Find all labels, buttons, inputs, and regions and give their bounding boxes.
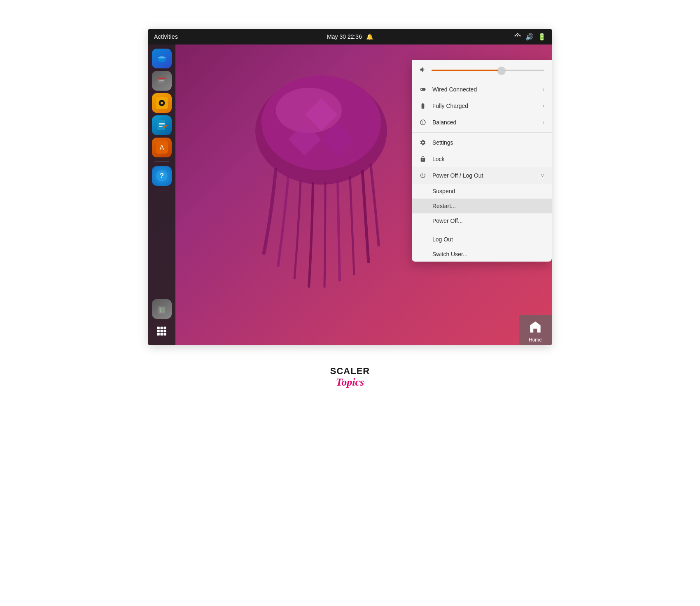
svg-point-11 <box>161 102 163 104</box>
branding-section: SCALER Topics <box>330 366 370 388</box>
volume-slider-fill <box>432 70 502 71</box>
sidebar-item-appstore[interactable]: A <box>152 138 172 157</box>
switchuser-label: Switch User... <box>432 251 468 257</box>
topbar-center: May 30 22:36 🔔 <box>327 33 373 40</box>
home-label: Home <box>529 337 542 343</box>
home-dock[interactable]: Home <box>519 315 552 345</box>
submenu-logout[interactable]: Log Out <box>412 232 552 247</box>
svg-rect-34 <box>161 333 163 335</box>
svg-rect-31 <box>161 330 163 332</box>
home-icon <box>527 318 544 335</box>
power-icon <box>419 172 427 179</box>
topbar: Activities May 30 22:36 🔔 🔊 🔋 <box>148 29 552 44</box>
power-label: Power Off / Log Out <box>432 172 535 179</box>
menu-item-settings[interactable]: Settings <box>412 134 552 151</box>
power-arrow: ∨ <box>541 173 544 178</box>
restart-label: Restart... <box>432 203 456 209</box>
topbar-right: 🔊 🔋 <box>514 32 546 41</box>
sidebar-item-show-apps[interactable] <box>152 321 172 341</box>
sidebar-item-thunderbird[interactable] <box>152 49 172 68</box>
branding-scaler: SCALER <box>330 366 370 377</box>
menu-separator-2 <box>412 230 552 230</box>
submenu-suspend[interactable]: Suspend <box>412 184 552 199</box>
sidebar-separator-2 <box>154 190 169 190</box>
svg-rect-28 <box>161 327 163 329</box>
battery-label: Fully Charged <box>432 103 537 109</box>
battery-icon <box>419 102 427 110</box>
screenshot-container: Activities May 30 22:36 🔔 🔊 🔋 <box>148 29 552 345</box>
sidebar-item-files[interactable] <box>152 71 172 91</box>
svg-rect-33 <box>157 333 160 335</box>
menu-item-power[interactable]: Power Off / Log Out ∨ <box>412 167 552 184</box>
wired-icon <box>419 86 427 93</box>
submenu-poweroff[interactable]: Power Off... <box>412 213 552 228</box>
logout-label: Log Out <box>432 236 453 243</box>
menu-item-wired[interactable]: Wired Connected › <box>412 81 552 98</box>
balanced-icon <box>419 119 427 126</box>
sidebar-item-writer[interactable] <box>152 115 172 135</box>
dock-sidebar: A ? <box>148 44 175 345</box>
datetime-display: May 30 22:36 <box>327 33 362 40</box>
volume-icon <box>419 66 427 75</box>
settings-icon <box>419 139 427 146</box>
svg-rect-32 <box>163 330 166 332</box>
sidebar-item-help[interactable]: ? <box>152 166 172 186</box>
wired-label: Wired Connected <box>432 86 537 93</box>
settings-label: Settings <box>432 139 544 146</box>
volume-slider-thumb[interactable] <box>498 67 505 74</box>
suspend-label: Suspend <box>432 188 455 194</box>
wired-arrow: › <box>543 87 544 92</box>
svg-rect-27 <box>157 327 160 329</box>
svg-text:♻: ♻ <box>160 308 164 312</box>
submenu-switchuser[interactable]: Switch User... <box>412 247 552 262</box>
notification-icon[interactable]: 🔔 <box>366 33 373 40</box>
network-status-icon[interactable] <box>514 32 521 41</box>
svg-rect-35 <box>163 333 166 335</box>
balanced-label: Balanced <box>432 119 537 126</box>
activities-button[interactable]: Activities <box>154 33 178 40</box>
system-menu-dropdown: Wired Connected › Fully Charged › <box>412 60 552 262</box>
volume-slider-track[interactable] <box>432 70 544 71</box>
desktop: A ? <box>148 44 552 345</box>
sidebar-item-trash[interactable]: ♻ <box>152 299 172 319</box>
sidebar-item-rhythmbox[interactable] <box>152 93 172 113</box>
sidebar-separator-1 <box>154 161 169 162</box>
volume-status-icon[interactable]: 🔊 <box>525 33 534 41</box>
menu-item-battery[interactable]: Fully Charged › <box>412 98 552 114</box>
lock-label: Lock <box>432 156 544 162</box>
svg-text:A: A <box>159 144 164 151</box>
svg-point-1 <box>517 35 518 37</box>
menu-item-lock[interactable]: Lock <box>412 151 552 167</box>
battery-arrow: › <box>543 103 544 109</box>
balanced-arrow: › <box>543 119 544 125</box>
menu-item-balanced[interactable]: Balanced › <box>412 114 552 131</box>
svg-rect-30 <box>157 330 160 332</box>
poweroff-label: Power Off... <box>432 218 463 224</box>
desktop-wallpaper-jellyfish <box>222 57 424 304</box>
svg-text:?: ? <box>160 172 164 179</box>
lock-icon <box>419 155 427 163</box>
svg-rect-29 <box>163 327 166 329</box>
battery-status-icon[interactable]: 🔋 <box>538 33 546 41</box>
svg-rect-22 <box>158 306 166 307</box>
volume-control-row <box>412 60 552 81</box>
menu-separator-1 <box>412 132 552 133</box>
sidebar-bottom: ♻ <box>152 299 172 345</box>
branding-topics: Topics <box>336 377 364 388</box>
submenu-restart[interactable]: Restart... <box>412 199 552 213</box>
